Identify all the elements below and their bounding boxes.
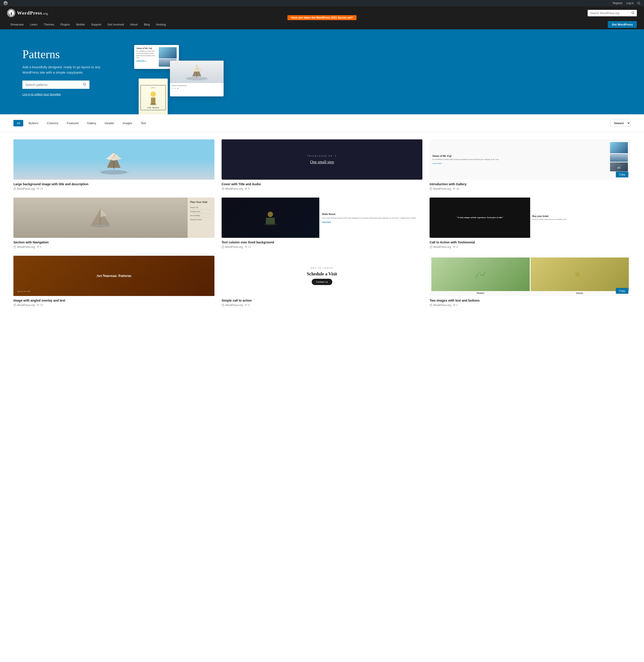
get-wordpress-button[interactable]: Get WordPress (608, 21, 637, 28)
copy-button-gallery[interactable]: Copy (616, 172, 628, 177)
hero-search-button[interactable] (80, 81, 89, 89)
pattern-meta-text-fixed: WordPress.org 13 (222, 245, 423, 248)
pattern-preview-cta: "A truly unique artistic experience. Eac… (430, 198, 630, 238)
svg-marker-11 (190, 66, 197, 72)
pattern-preview-nav: Plan Your Visit What's On Getting Here A… (14, 198, 214, 238)
nav-blog[interactable]: Blog (141, 20, 153, 29)
pattern-card-cta-simple[interactable]: GET IN TOUCH Schedule a Visit Contact us… (222, 256, 423, 307)
register-link[interactable]: Register (613, 2, 623, 5)
svg-rect-13 (151, 97, 155, 104)
pattern-preview-gallery: Views of Mt. Fuji An exhibition of early… (430, 139, 630, 180)
filter-text[interactable]: Text (137, 120, 150, 126)
header-search (588, 10, 637, 16)
heart-icon-two-img: 4 (453, 304, 458, 307)
pattern-card-sailboat[interactable]: Copy Large background image with title a… (14, 139, 214, 191)
wp-logo-icon (4, 1, 7, 5)
admin-bar: Register Log In (0, 0, 644, 6)
wp-icon-cta-simple: WordPress.org (222, 304, 243, 307)
site-logo-text: WordPress.org (17, 10, 48, 16)
hero-search-input[interactable] (22, 81, 80, 89)
main-nav: Showcase Learn Themes Plugins Mobile Sup… (0, 20, 644, 29)
heart-icon-dark-cover: 6 (245, 187, 250, 191)
pattern-meta-gallery: WordPress.org 26 (430, 187, 630, 191)
pattern-card-overlay[interactable]: Art Nouveau: Patterns July 10–24, 2021 C… (14, 256, 214, 307)
wp-icon-text-fixed: WordPress.org (222, 245, 243, 248)
cover-eyebrow-preview: TRAVELOGUE EP. 5 (307, 155, 337, 157)
pattern-title-dark-cover: Cover with Title and Audio (222, 182, 423, 186)
pattern-meta-cta: WordPress.org 4 (430, 245, 630, 248)
pattern-preview-overlay: Art Nouveau: Patterns July 10–24, 2021 C… (14, 256, 214, 296)
heart-icon-gallery: 26 (453, 187, 459, 191)
wp-icon-sailboat: WordPress.org (14, 187, 35, 191)
filter-columns[interactable]: Columns (44, 120, 62, 126)
ship-illustration (183, 63, 210, 81)
heart-icon-cta-simple: 8 (245, 304, 250, 307)
nav-mobile[interactable]: Mobile (73, 20, 88, 29)
copy-button-two-img[interactable]: Copy (616, 288, 628, 294)
svg-point-40 (478, 271, 481, 275)
hero-login-link[interactable]: Log in to collect your favorites (22, 93, 61, 96)
heart-icon-sailboat: 19 (37, 187, 43, 191)
svg-point-0 (638, 2, 640, 4)
wp-icon-nav: WordPress.org (14, 245, 35, 248)
hero-images-area: Views of Mt. Fuji An exhibition of early… (121, 43, 630, 101)
nav-about[interactable]: About (127, 20, 141, 29)
filter-buttons[interactable]: Buttons (25, 120, 42, 126)
hero-search (22, 81, 89, 89)
svg-point-3 (632, 12, 634, 14)
pattern-preview-sailboat: Copy (14, 139, 214, 180)
search-icon-admin[interactable] (637, 2, 640, 5)
nav-themes[interactable]: Themes (41, 20, 57, 29)
login-link[interactable]: Log In (626, 2, 634, 5)
search-icon (631, 11, 635, 14)
filters-bar: All Buttons Columns Featured Gallery Hea… (0, 114, 644, 132)
nav-support[interactable]: Support (88, 20, 105, 29)
contact-us-button[interactable]: Contact us (312, 279, 332, 285)
heart-icon-nav: 5 (37, 245, 42, 248)
pattern-title-sailboat: Large background image with title and de… (14, 182, 214, 186)
svg-point-41 (575, 272, 580, 277)
pattern-meta-overlay: WordPress.org 15 (14, 304, 214, 307)
filter-images[interactable]: Images (119, 120, 136, 126)
nav-plugins[interactable]: Plugins (57, 20, 73, 29)
wp-icon-gallery: WordPress.org (430, 187, 451, 191)
pattern-preview-dark-cover: TRAVELOGUE EP. 5 One small step Copy (222, 139, 423, 180)
svg-marker-10 (197, 66, 204, 72)
pattern-card-cta[interactable]: "A truly unique artistic experience. Eac… (430, 198, 630, 248)
heart-icon-cta: 4 (453, 245, 458, 248)
svg-marker-19 (106, 153, 114, 161)
nav-hosting[interactable]: Hosting (153, 20, 169, 29)
site-header-wrapper: WordPress.org Have you taken the WordPre… (0, 6, 644, 29)
heart-icon-overlay: 15 (37, 304, 43, 307)
hero-section: Patterns Add a beautifully designed, rea… (0, 29, 644, 114)
filter-all[interactable]: All (14, 120, 23, 126)
pattern-title-two-img: Two images with text and buttons (430, 299, 630, 302)
pattern-preview-cta-simple: GET IN TOUCH Schedule a Visit Contact us… (222, 256, 423, 296)
pattern-card-gallery[interactable]: Views of Mt. Fuji An exhibition of early… (430, 139, 630, 191)
hero-title: Patterns (22, 48, 112, 61)
pattern-card-dark-cover[interactable]: TRAVELOGUE EP. 5 One small step Copy Cov… (222, 139, 423, 191)
pattern-title-nav: Section with Navigation (14, 241, 214, 244)
svg-point-34 (263, 223, 277, 225)
pattern-meta-sailboat: WordPress.org 19 (14, 187, 214, 191)
nav-showcase[interactable]: Showcase (7, 20, 27, 29)
pattern-card-text-fixed[interactable]: Hello Rover The Lunar Roving Vehicle (LR… (222, 198, 423, 248)
survey-banner[interactable]: Have you taken the WordPress 2021 Survey… (288, 15, 356, 20)
filter-featured[interactable]: Featured (64, 120, 82, 126)
svg-point-42 (580, 271, 583, 275)
pattern-card-two-img[interactable]: Flowers Insects Copy Two images with tex… (430, 256, 630, 307)
header-search-button[interactable] (629, 10, 637, 16)
pattern-title-cta: Call to Action with Testimonial (430, 241, 630, 244)
nav-learn[interactable]: Learn (27, 20, 41, 29)
header-search-input[interactable] (588, 10, 629, 16)
filter-header[interactable]: Header (101, 120, 118, 126)
pattern-meta-dark-cover: WordPress.org 6 (222, 187, 423, 191)
site-logo[interactable]: WordPress.org (7, 9, 48, 17)
wp-icon-cta: WordPress.org (430, 245, 451, 248)
nav-get-involved[interactable]: Get Involved (105, 20, 127, 29)
sort-select[interactable]: Newest Oldest Popular (610, 120, 630, 127)
svg-point-5 (84, 83, 86, 85)
filter-gallery[interactable]: Gallery (84, 120, 99, 126)
svg-point-14 (150, 103, 157, 105)
pattern-card-nav[interactable]: Plan Your Visit What's On Getting Here A… (14, 198, 214, 248)
